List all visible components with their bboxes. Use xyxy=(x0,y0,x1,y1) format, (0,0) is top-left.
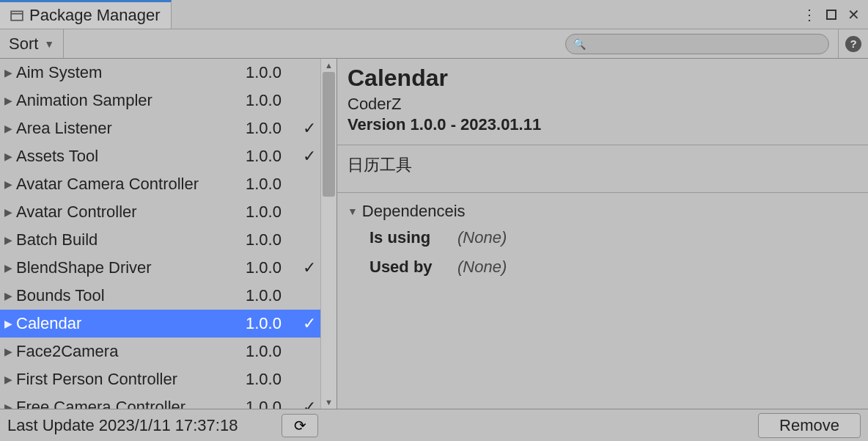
check-icon: ✓ xyxy=(298,147,320,166)
sort-dropdown[interactable]: Sort ▼ xyxy=(0,29,64,58)
expand-icon: ▶ xyxy=(4,150,16,162)
chevron-down-icon: ▼ xyxy=(347,205,358,217)
package-row[interactable]: ▶Calendar1.0.0✓ xyxy=(0,310,320,338)
package-title: Calendar xyxy=(347,65,858,92)
search-icon: 🔍 xyxy=(573,38,586,50)
maximize-icon[interactable] xyxy=(823,6,840,23)
package-version: 1.0.0 xyxy=(246,286,298,305)
package-name: Batch Build xyxy=(16,230,246,249)
svg-rect-2 xyxy=(827,10,836,19)
expand-icon: ▶ xyxy=(4,123,16,134)
expand-icon: ▶ xyxy=(4,178,16,190)
package-row[interactable]: ▶Assets Tool1.0.0✓ xyxy=(0,142,320,170)
package-author: CoderZ xyxy=(347,95,858,114)
close-icon[interactable]: ✕ xyxy=(845,6,862,23)
check-icon: ✓ xyxy=(298,258,320,277)
refresh-button[interactable]: ⟳ xyxy=(282,414,318,437)
scroll-up-icon[interactable]: ▲ xyxy=(321,59,336,72)
package-version: 1.0.0 xyxy=(246,230,298,249)
help-icon: ? xyxy=(845,36,861,52)
package-version: 1.0.0 xyxy=(246,398,298,409)
refresh-icon: ⟳ xyxy=(294,417,306,434)
chevron-down-icon: ▼ xyxy=(44,38,54,50)
package-name: Area Listener xyxy=(16,119,246,138)
package-row[interactable]: ▶Area Listener1.0.0✓ xyxy=(0,114,320,142)
package-version: 1.0.0 xyxy=(246,175,298,194)
toolbar: Sort ▼ 🔍 ? xyxy=(0,29,868,59)
package-row[interactable]: ▶Batch Build1.0.0 xyxy=(0,226,320,254)
expand-icon: ▶ xyxy=(4,67,16,79)
package-name: BlendShape Driver xyxy=(16,258,246,277)
used-by-value: (None) xyxy=(457,258,507,277)
package-version: Version 1.0.0 - 2023.01.11 xyxy=(347,115,858,134)
sort-label: Sort xyxy=(9,34,38,54)
package-name: Avatar Controller xyxy=(16,203,246,222)
expand-icon: ▶ xyxy=(4,262,16,274)
last-update-text: Last Update 2023/1/11 17:37:18 xyxy=(7,416,238,435)
package-icon xyxy=(10,9,23,22)
expand-icon: ▶ xyxy=(4,290,16,302)
package-name: Avatar Camera Controller xyxy=(16,175,246,194)
package-name: Assets Tool xyxy=(16,147,246,166)
package-name: Aim System xyxy=(16,63,246,82)
window-tab[interactable]: Package Manager xyxy=(0,0,172,29)
svg-rect-0 xyxy=(11,11,23,20)
package-name: First Person Controller xyxy=(16,370,246,389)
check-icon: ✓ xyxy=(298,398,320,409)
expand-icon: ▶ xyxy=(4,318,16,329)
package-row[interactable]: ▶First Person Controller1.0.0 xyxy=(0,365,320,393)
window-title: Package Manager xyxy=(29,6,161,25)
package-version: 1.0.0 xyxy=(246,147,298,166)
help-button[interactable]: ? xyxy=(839,29,868,58)
expand-icon: ▶ xyxy=(4,401,16,409)
package-name: Free Camera Controller xyxy=(16,398,246,409)
package-row[interactable]: ▶Avatar Camera Controller1.0.0 xyxy=(0,170,320,198)
kebab-menu-icon[interactable]: ⋮ xyxy=(801,6,818,23)
package-row[interactable]: ▶Free Camera Controller1.0.0✓ xyxy=(0,393,320,409)
package-version: 1.0.0 xyxy=(246,370,298,389)
scrollbar[interactable]: ▲ ▼ xyxy=(320,59,336,409)
expand-icon: ▶ xyxy=(4,373,16,385)
package-list: ▶Aim System1.0.0▶Animation Sampler1.0.0▶… xyxy=(0,59,320,409)
package-version: 1.0.0 xyxy=(246,119,298,138)
package-description: 日历工具 xyxy=(347,154,858,176)
is-using-label: Is using xyxy=(369,228,457,247)
used-by-label: Used by xyxy=(369,258,457,277)
package-row[interactable]: ▶Aim System1.0.0 xyxy=(0,59,320,87)
package-row[interactable]: ▶Face2Camera1.0.0 xyxy=(0,338,320,365)
package-name: Bounds Tool xyxy=(16,286,246,305)
detail-panel: Calendar CoderZ Version 1.0.0 - 2023.01.… xyxy=(337,59,868,409)
expand-icon: ▶ xyxy=(4,234,16,246)
check-icon: ✓ xyxy=(298,119,320,138)
package-row[interactable]: ▶Animation Sampler1.0.0 xyxy=(0,87,320,114)
package-name: Face2Camera xyxy=(16,342,246,361)
is-using-value: (None) xyxy=(457,228,507,247)
remove-button[interactable]: Remove xyxy=(758,413,861,438)
package-version: 1.0.0 xyxy=(246,91,298,110)
check-icon: ✓ xyxy=(298,314,320,333)
expand-icon: ▶ xyxy=(4,95,16,106)
package-row[interactable]: ▶Bounds Tool1.0.0 xyxy=(0,282,320,310)
footer: Last Update 2023/1/11 17:37:18 ⟳ Remove xyxy=(0,409,868,441)
package-version: 1.0.0 xyxy=(246,342,298,361)
titlebar: Package Manager ⋮ ✕ xyxy=(0,0,868,29)
package-row[interactable]: ▶BlendShape Driver1.0.0✓ xyxy=(0,254,320,282)
scroll-thumb[interactable] xyxy=(323,72,335,197)
package-name: Calendar xyxy=(16,314,246,333)
package-name: Animation Sampler xyxy=(16,91,246,110)
dependencies-header[interactable]: ▼ Dependenceis xyxy=(347,202,858,221)
scroll-down-icon[interactable]: ▼ xyxy=(321,396,336,409)
expand-icon: ▶ xyxy=(4,206,16,218)
package-version: 1.0.0 xyxy=(246,63,298,82)
package-version: 1.0.0 xyxy=(246,314,298,333)
package-version: 1.0.0 xyxy=(246,203,298,222)
expand-icon: ▶ xyxy=(4,346,16,357)
package-version: 1.0.0 xyxy=(246,258,298,277)
search-input[interactable]: 🔍 xyxy=(565,34,829,54)
package-row[interactable]: ▶Avatar Controller1.0.0 xyxy=(0,198,320,226)
